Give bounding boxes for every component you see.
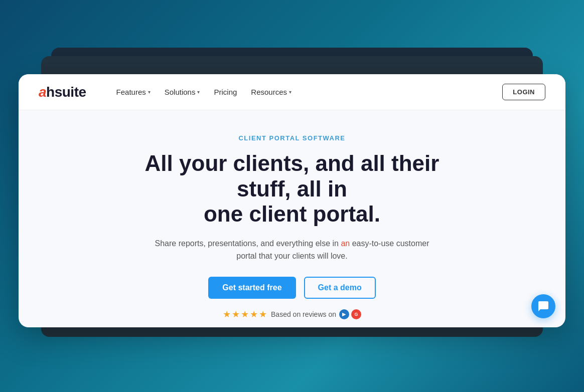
- google-icon: G: [351, 309, 361, 319]
- review-icons: ▶ G: [339, 309, 361, 319]
- chevron-down-icon: ▾: [289, 89, 291, 95]
- get-demo-button[interactable]: Get a demo: [304, 277, 376, 299]
- hero-subtitle-link[interactable]: an: [341, 239, 350, 248]
- hero-title-line2: one client portal.: [204, 202, 380, 226]
- capterra-icon: ▶: [339, 309, 349, 319]
- hero-title: All your clients, and all their stuff, a…: [121, 151, 463, 227]
- nav-links: Features ▾ Solutions ▾ Pricing Resources…: [111, 84, 545, 100]
- hero-title-line1: All your clients, and all their stuff, a…: [145, 151, 440, 201]
- logo-a: a: [39, 84, 46, 100]
- nav-item-resources[interactable]: Resources ▾: [246, 85, 297, 99]
- chevron-down-icon: ▾: [197, 89, 200, 95]
- get-started-button[interactable]: Get started free: [208, 277, 296, 299]
- hero-subtitle: Share reports, presentations, and everyt…: [152, 237, 432, 263]
- chat-bubble[interactable]: [531, 294, 555, 318]
- stars: ★★★★★: [223, 309, 268, 320]
- login-button[interactable]: LOGIN: [502, 84, 545, 100]
- nav-item-pricing[interactable]: Pricing: [209, 85, 242, 99]
- review-text: Based on reviews on: [271, 310, 336, 318]
- navigation: ahsuite Features ▾ Solutions ▾ Pricing R…: [19, 74, 565, 110]
- logo-text: ahsuite: [39, 84, 86, 100]
- stars-row: ★★★★★ Based on reviews on ▶ G: [223, 309, 361, 320]
- cta-group: Get started free Get a demo: [208, 277, 375, 299]
- chevron-down-icon: ▾: [148, 89, 151, 95]
- main-card: ahsuite Features ▾ Solutions ▾ Pricing R…: [19, 74, 565, 327]
- hero-label: CLIENT PORTAL SOFTWARE: [238, 134, 345, 142]
- logo-rest: hsuite: [46, 84, 86, 100]
- logo[interactable]: ahsuite: [39, 84, 86, 100]
- nav-item-features[interactable]: Features ▾: [111, 85, 156, 99]
- nav-item-solutions[interactable]: Solutions ▾: [160, 85, 205, 99]
- hero-section: CLIENT PORTAL SOFTWARE All your clients,…: [19, 110, 565, 327]
